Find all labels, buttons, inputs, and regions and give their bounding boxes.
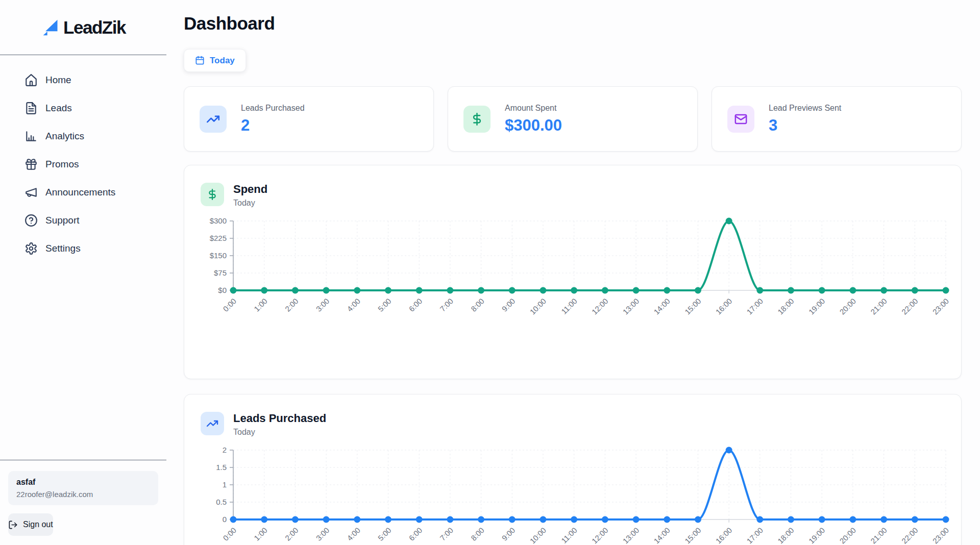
dollar-icon bbox=[470, 112, 484, 126]
brand-logo-icon bbox=[41, 18, 60, 37]
svg-text:$225: $225 bbox=[210, 234, 227, 242]
stat-text: Leads Purchased 2 bbox=[241, 104, 305, 135]
help-circle-icon bbox=[24, 214, 38, 227]
svg-text:9:00: 9:00 bbox=[500, 526, 517, 542]
svg-text:19:00: 19:00 bbox=[807, 296, 827, 316]
svg-text:9:00: 9:00 bbox=[500, 296, 517, 313]
home-icon bbox=[24, 73, 38, 87]
sidebar-item-support[interactable]: Support bbox=[24, 214, 166, 227]
sidebar-item-label: Leads bbox=[45, 103, 72, 114]
brand-name: LeadZik bbox=[63, 17, 126, 38]
sidebar-item-label: Support bbox=[45, 215, 80, 226]
svg-text:17:00: 17:00 bbox=[745, 526, 765, 545]
leads-chart-header: Leads Purchased Today bbox=[201, 412, 949, 437]
stat-label: Leads Purchased bbox=[241, 104, 305, 113]
chart-title: Leads Purchased bbox=[233, 412, 326, 425]
svg-text:14:00: 14:00 bbox=[652, 526, 672, 545]
stat-label: Lead Previews Sent bbox=[769, 104, 841, 113]
svg-text:$0: $0 bbox=[218, 286, 227, 294]
svg-text:2: 2 bbox=[223, 445, 227, 454]
svg-text:22:00: 22:00 bbox=[900, 296, 920, 316]
stat-value: $300.00 bbox=[505, 116, 562, 135]
svg-text:16:00: 16:00 bbox=[714, 296, 734, 316]
svg-text:23:00: 23:00 bbox=[931, 296, 951, 316]
app-root: LeadZik Home Leads Analytics Promos Anno… bbox=[0, 0, 980, 545]
stat-text: Amount Spent $300.00 bbox=[505, 104, 562, 135]
svg-text:18:00: 18:00 bbox=[776, 296, 796, 316]
svg-text:14:00: 14:00 bbox=[652, 296, 672, 316]
svg-text:15:00: 15:00 bbox=[683, 296, 703, 316]
chart-icon-box bbox=[201, 412, 224, 435]
page-title: Dashboard bbox=[184, 13, 962, 34]
sidebar-nav: Home Leads Analytics Promos Announcement… bbox=[0, 55, 166, 255]
svg-text:13:00: 13:00 bbox=[621, 296, 641, 316]
stat-card-leads-purchased: Leads Purchased 2 bbox=[184, 86, 434, 152]
stat-text: Lead Previews Sent 3 bbox=[769, 104, 841, 135]
svg-text:16:00: 16:00 bbox=[714, 526, 734, 545]
stat-card-amount-spent: Amount Spent $300.00 bbox=[448, 86, 698, 152]
sidebar-item-label: Analytics bbox=[45, 131, 84, 142]
sidebar-item-label: Settings bbox=[45, 243, 81, 254]
svg-text:0:00: 0:00 bbox=[221, 296, 238, 313]
stat-value: 3 bbox=[769, 116, 841, 135]
brand-logo[interactable]: LeadZik bbox=[0, 0, 166, 55]
stat-label: Amount Spent bbox=[505, 104, 562, 113]
spend-chart-card: Spend Today $0$75$150$225$3000:001:002:0… bbox=[184, 165, 962, 379]
chart-icon-box bbox=[201, 183, 224, 206]
sidebar-item-label: Announcements bbox=[45, 187, 115, 198]
svg-text:0: 0 bbox=[223, 515, 227, 524]
svg-text:$300: $300 bbox=[210, 216, 227, 225]
svg-text:7:00: 7:00 bbox=[438, 296, 455, 313]
sidebar-item-home[interactable]: Home bbox=[24, 73, 166, 87]
svg-text:4:00: 4:00 bbox=[345, 526, 362, 542]
date-filter-button[interactable]: Today bbox=[184, 49, 246, 72]
svg-text:6:00: 6:00 bbox=[407, 526, 424, 542]
chart-header-text: Spend Today bbox=[233, 183, 267, 208]
sidebar-bottom: asfaf 22roofer@leadzik.com Sign out bbox=[0, 460, 166, 545]
svg-text:21:00: 21:00 bbox=[869, 526, 889, 545]
svg-text:8:00: 8:00 bbox=[469, 296, 486, 313]
svg-text:8:00: 8:00 bbox=[469, 526, 486, 542]
sign-out-button[interactable]: Sign out bbox=[8, 513, 53, 536]
user-name: asfaf bbox=[16, 478, 150, 487]
gear-icon bbox=[24, 242, 38, 255]
svg-text:11:00: 11:00 bbox=[559, 296, 579, 316]
svg-text:0:00: 0:00 bbox=[221, 526, 238, 542]
mail-icon bbox=[734, 112, 748, 126]
svg-text:4:00: 4:00 bbox=[345, 296, 362, 313]
main-content: Dashboard Today Leads Purchased 2 bbox=[166, 0, 980, 545]
svg-text:18:00: 18:00 bbox=[776, 526, 796, 545]
stat-icon-box bbox=[463, 106, 491, 133]
sidebar-item-analytics[interactable]: Analytics bbox=[24, 130, 166, 143]
sidebar-item-label: Home bbox=[45, 75, 71, 86]
sidebar-item-settings[interactable]: Settings bbox=[24, 242, 166, 255]
stat-icon-box bbox=[200, 106, 227, 133]
svg-text:21:00: 21:00 bbox=[869, 296, 889, 316]
bar-chart-icon bbox=[24, 130, 38, 143]
sidebar-item-announcements[interactable]: Announcements bbox=[24, 186, 166, 199]
trending-up-icon bbox=[206, 112, 220, 126]
svg-text:1:00: 1:00 bbox=[252, 526, 269, 542]
svg-text:17:00: 17:00 bbox=[745, 296, 765, 316]
svg-text:20:00: 20:00 bbox=[838, 526, 857, 545]
leads-line-chart[interactable]: 00.511.520:001:002:003:004:005:006:007:0… bbox=[201, 442, 949, 545]
svg-text:1:00: 1:00 bbox=[252, 296, 269, 313]
chart-subtitle: Today bbox=[233, 199, 267, 208]
sidebar-item-leads[interactable]: Leads bbox=[24, 102, 166, 115]
svg-text:22:00: 22:00 bbox=[900, 526, 920, 545]
logout-icon bbox=[8, 520, 18, 530]
calendar-icon bbox=[195, 56, 205, 65]
svg-text:12:00: 12:00 bbox=[590, 296, 610, 316]
chart-title: Spend bbox=[233, 183, 267, 196]
svg-text:20:00: 20:00 bbox=[838, 296, 857, 316]
gift-icon bbox=[24, 158, 38, 171]
svg-text:3:00: 3:00 bbox=[314, 296, 331, 313]
svg-text:2:00: 2:00 bbox=[283, 526, 300, 542]
spend-line-chart[interactable]: $0$75$150$225$3000:001:002:003:004:005:0… bbox=[201, 213, 949, 326]
trending-up-icon bbox=[206, 417, 218, 430]
file-text-icon bbox=[24, 102, 38, 115]
chart-subtitle: Today bbox=[233, 428, 326, 437]
sidebar-item-promos[interactable]: Promos bbox=[24, 158, 166, 171]
svg-text:15:00: 15:00 bbox=[683, 526, 703, 545]
svg-text:11:00: 11:00 bbox=[559, 526, 579, 545]
